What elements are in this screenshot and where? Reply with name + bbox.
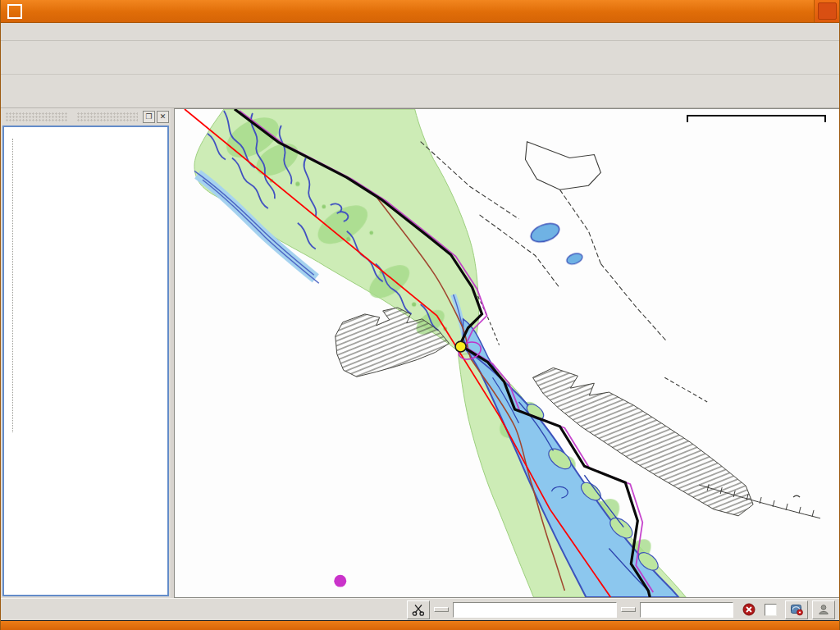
scale-input[interactable] (640, 602, 733, 618)
tree-guide-line (12, 139, 13, 432)
scalebar-bracket (687, 115, 826, 122)
render-checkbox-box[interactable] (765, 604, 777, 616)
stop-rendering-button[interactable] (737, 600, 760, 619)
panel-float-icon[interactable]: ❐ (143, 111, 155, 123)
user-button[interactable] (812, 600, 835, 619)
selected-point-marker[interactable] (455, 341, 466, 352)
scanned-topo-raster (194, 109, 820, 597)
window-menu-icon[interactable] (7, 4, 22, 19)
user-icon (817, 603, 830, 616)
layers-panel-header: ❐ ✕ (1, 108, 171, 126)
map-canvas[interactable] (174, 108, 839, 598)
panel-drag-texture[interactable] (6, 112, 67, 121)
scalebar (687, 114, 831, 122)
panel-drag-texture[interactable] (77, 112, 139, 121)
coordinate-label (434, 607, 449, 612)
crs-status-button[interactable] (785, 600, 808, 619)
qgis-window: ❐ ✕ (0, 0, 840, 630)
render-checkbox[interactable] (765, 604, 781, 616)
crs-status-icon (790, 603, 803, 616)
close-button[interactable] (818, 2, 837, 20)
window-bottom-frame (1, 620, 839, 630)
coordinate-input[interactable] (453, 602, 617, 618)
toggle-extents-icon (412, 603, 425, 616)
layers-tree (2, 126, 169, 596)
panel-close-icon[interactable]: ✕ (157, 111, 169, 123)
toolbar-navigation (1, 75, 839, 108)
menubar (1, 23, 839, 41)
stop-rendering-icon (742, 603, 756, 616)
toolbar-file (1, 41, 839, 75)
scale-label (621, 607, 636, 612)
toggle-extents-button[interactable] (407, 600, 430, 619)
map-render (175, 109, 839, 597)
titlebar[interactable] (1, 0, 839, 23)
window-controls (814, 0, 839, 22)
point-marker-magenta[interactable] (334, 575, 346, 587)
layers-panel: ❐ ✕ (1, 108, 171, 598)
statusbar (1, 598, 839, 620)
